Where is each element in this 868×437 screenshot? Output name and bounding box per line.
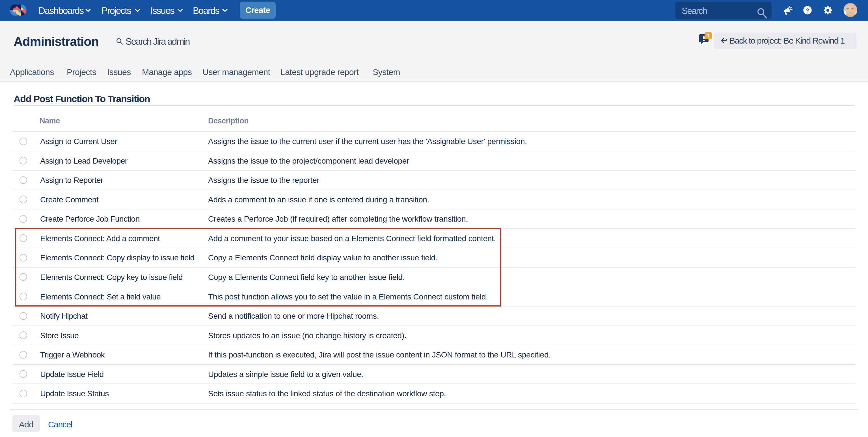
svg-text:?: ? [806,7,809,13]
